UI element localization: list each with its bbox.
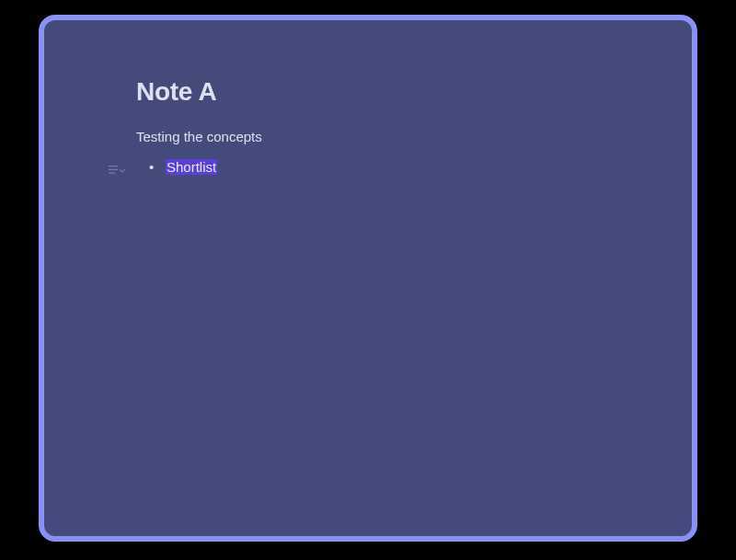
note-paragraph[interactable]: Testing the concepts xyxy=(136,127,600,146)
handle-dot-icon xyxy=(40,271,43,274)
sidebar-toggle-handle[interactable] xyxy=(39,266,44,291)
note-title[interactable]: Note A xyxy=(136,77,600,107)
svg-rect-1 xyxy=(109,168,118,169)
app-frame: Note A Testing the concepts xyxy=(39,15,697,542)
bullet-list: Shortlist xyxy=(136,157,600,178)
list-block: Shortlist xyxy=(136,157,600,178)
note-editor[interactable]: Note A Testing the concepts xyxy=(44,20,692,215)
chevron-down-icon xyxy=(120,161,125,177)
block-drag-handle[interactable] xyxy=(109,161,125,177)
svg-rect-2 xyxy=(109,172,115,173)
highlighted-selection[interactable]: Shortlist xyxy=(166,159,217,175)
handle-dot-icon xyxy=(40,277,43,280)
svg-rect-0 xyxy=(109,166,118,166)
list-item[interactable]: Shortlist xyxy=(166,157,600,178)
handle-dot-icon xyxy=(40,282,43,285)
drag-lines-icon xyxy=(109,166,118,174)
